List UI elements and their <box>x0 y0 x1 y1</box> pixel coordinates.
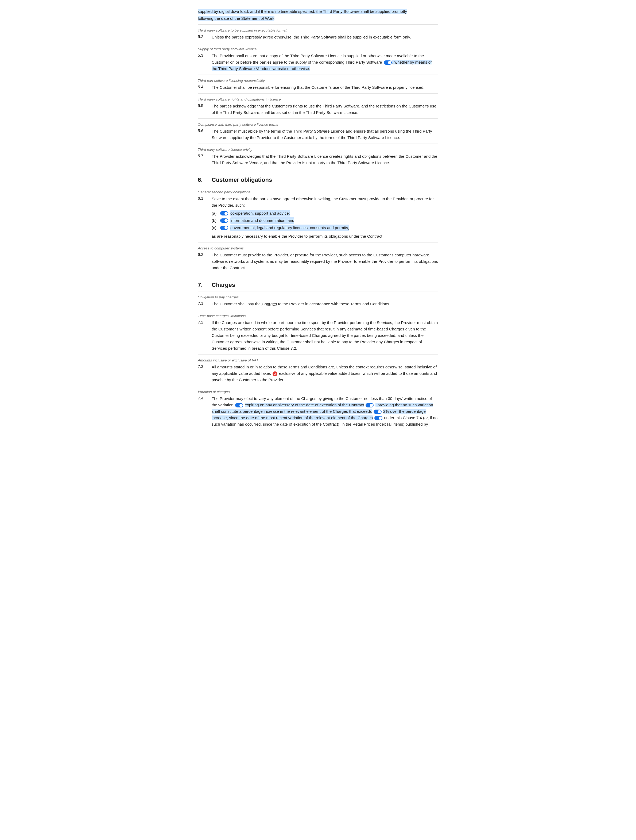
section-6-title: Customer obligations <box>212 177 272 183</box>
label-5-7: Third party software licence privity <box>198 148 438 152</box>
clause-5-7: 5.7 The Provider acknowledges that the T… <box>198 153 438 166</box>
divider-5-2 <box>198 24 438 25</box>
sub-item-6-1-b: (b) information and documentation; and <box>212 217 438 224</box>
clause-6-1-end: as are reasonably necessary to enable th… <box>212 233 438 240</box>
divider-5-7 <box>198 144 438 144</box>
clause-body-5-2: Unless the parties expressly agree other… <box>212 34 438 40</box>
clause-num-7-1: 7.1 <box>198 301 207 306</box>
clause-5-2: 5.2 Unless the parties expressly agree o… <box>198 34 438 40</box>
label-5-4: Third part software licensing responsibi… <box>198 79 438 83</box>
section-6-header: 6. Customer obligations <box>198 177 438 183</box>
divider-7-3 <box>198 354 438 355</box>
label-7-4: Variation of charges <box>198 390 438 394</box>
divider-7-2 <box>198 310 438 310</box>
top-clause-text: supplied by digital download, and if the… <box>198 8 438 22</box>
clause-num-5-4: 5.4 <box>198 84 207 89</box>
label-5-2: Third party software to be supplied in e… <box>198 28 438 32</box>
clause-body-5-3: The Provider shall ensure that a copy of… <box>212 53 438 72</box>
label-7-2: Time-base charges limitations <box>198 314 438 318</box>
toggle-7-4-a[interactable] <box>235 403 243 407</box>
clause-5-6: 5.6 The Customer must abide by the terms… <box>198 128 438 141</box>
clause-7-1: 7.1 The Customer shall pay the Charges t… <box>198 301 438 307</box>
toggle-7-4-d[interactable] <box>375 416 383 420</box>
sub-label-c: (c) <box>212 224 218 231</box>
clause-body-5-5: The parties acknowledge that the Custome… <box>212 103 438 116</box>
sub-label-b: (b) <box>212 217 218 224</box>
divider-6-2 <box>198 242 438 243</box>
label-5-3: Supply of third party software licence <box>198 47 438 51</box>
clause-body-7-4: The Provider may elect to vary any eleme… <box>212 395 438 428</box>
label-7-3: Amounts inclusive or exclusive of VAT <box>198 358 438 362</box>
clause-body-7-3: All amounts stated in or in relation to … <box>212 364 438 383</box>
toggle-7-4-c[interactable] <box>373 410 382 414</box>
toggle-6-1-c[interactable] <box>220 226 228 230</box>
label-6-1: General second party obligations <box>198 190 438 194</box>
clause-body-5-4: The Customer shall be responsible for en… <box>212 84 438 91</box>
clause-6-2: 6.2 The Customer must provide to the Pro… <box>198 252 438 271</box>
section-7-header: 7. Charges <box>198 281 438 289</box>
clause-7-4: 7.4 The Provider may elect to vary any e… <box>198 395 438 428</box>
label-6-2: Access to computer systems <box>198 246 438 250</box>
charges-ref-7-1: Charges <box>262 302 277 306</box>
divider-section-6 <box>198 169 438 169</box>
toggle-6-1-b[interactable] <box>220 218 228 223</box>
clause-6-1: 6.1 Save to the extent that the parties … <box>198 196 438 240</box>
toggle-or-7-3[interactable]: or <box>272 371 277 376</box>
clause-num-5-5: 5.5 <box>198 103 207 108</box>
highlight-following: following the date of the Statement of W… <box>198 16 274 21</box>
label-5-5: Third party software rights and obligati… <box>198 97 438 101</box>
clause-body-7-2: If the Charges are based in whole or par… <box>212 319 438 352</box>
clause-num-7-3: 7.3 <box>198 364 207 369</box>
label-7-1: Obligation to pay charges <box>198 295 438 299</box>
clause-num-5-2: 5.2 <box>198 34 207 39</box>
clause-5-3: 5.3 The Provider shall ensure that a cop… <box>198 53 438 72</box>
divider-5-6 <box>198 118 438 119</box>
clause-num-7-2: 7.2 <box>198 319 207 324</box>
clause-5-5: 5.5 The parties acknowledge that the Cus… <box>198 103 438 116</box>
clause-num-7-4: 7.4 <box>198 395 207 400</box>
highlight-6-1-a: co-operation, support and advice; <box>230 210 290 216</box>
toggle-7-4-b[interactable] <box>365 403 373 407</box>
section-7-number: 7. <box>198 281 207 289</box>
clause-num-6-1: 6.1 <box>198 196 207 201</box>
clause-6-1-intro: Save to the extent that the parties have… <box>212 196 438 208</box>
divider-section-7 <box>198 274 438 274</box>
clause-body-5-6: The Customer must abide by the terms of … <box>212 128 438 141</box>
sub-item-6-1-c: (c) governmental, legal and regulatory l… <box>212 224 438 231</box>
divider-5-4 <box>198 74 438 75</box>
toggle-6-1-a[interactable] <box>220 211 228 215</box>
clause-body-6-2: The Customer must provide to the Provide… <box>212 252 438 271</box>
section-7-title: Charges <box>212 281 235 289</box>
clause-7-3: 7.3 All amounts stated in or in relation… <box>198 364 438 383</box>
clause-body-5-7: The Provider acknowledges that the Third… <box>212 153 438 166</box>
highlight-6-1-c: governmental, legal and regulatory licen… <box>230 224 349 231</box>
highlight-7-4-a: expiring on any anniversary of the date … <box>245 403 364 407</box>
clause-num-5-7: 5.7 <box>198 153 207 158</box>
clause-num-5-3: 5.3 <box>198 53 207 57</box>
label-5-6: Compliance with third party software lic… <box>198 122 438 126</box>
clause-body-6-1: Save to the extent that the parties have… <box>212 196 438 240</box>
top-highlight-block: supplied by digital download, and if the… <box>198 8 438 22</box>
section-6-number: 6. <box>198 177 207 183</box>
divider-7-4 <box>198 386 438 386</box>
highlight-supplied: supplied by digital download, and if the… <box>198 9 407 14</box>
sub-item-6-1-a: (a) co-operation, support and advice; <box>212 210 438 216</box>
clause-num-5-6: 5.6 <box>198 128 207 133</box>
clause-5-4: 5.4 The Customer shall be responsible fo… <box>198 84 438 91</box>
clause-num-6-2: 6.2 <box>198 252 207 257</box>
highlight-6-1-b: information and documentation; and <box>230 217 294 224</box>
divider-5-3 <box>198 43 438 43</box>
clause-7-2: 7.2 If the Charges are based in whole or… <box>198 319 438 352</box>
clause-body-7-1: The Customer shall pay the Charges to th… <box>212 301 438 307</box>
sub-label-a: (a) <box>212 210 218 216</box>
toggle-5-3[interactable] <box>384 60 392 65</box>
divider-6-1 <box>198 186 438 186</box>
